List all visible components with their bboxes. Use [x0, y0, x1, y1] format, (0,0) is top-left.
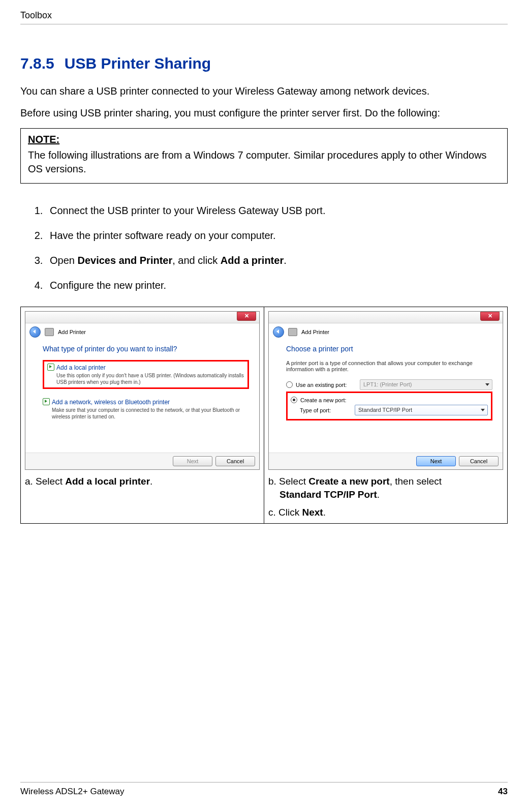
caption-b-post: . — [377, 489, 380, 500]
radio-label: Create a new port: — [300, 397, 347, 403]
step-3-text-a: Open — [50, 255, 77, 266]
dialog-heading: What type of printer do you want to inst… — [43, 345, 249, 353]
step-4: Configure the new printer. — [46, 279, 508, 292]
arrow-icon — [47, 364, 54, 371]
caption-b-bold2: Standard TCP/IP Port — [279, 489, 377, 500]
step-3: Open Devices and Printer, and click Add … — [46, 254, 508, 267]
caption-c-post: . — [323, 507, 326, 518]
step-3-text-b: , and click — [172, 255, 220, 266]
intro-paragraph-2: Before using USB printer sharing, you mu… — [20, 106, 508, 120]
next-button[interactable]: Next — [416, 456, 456, 466]
step-3-bold-1: Devices and Printer — [77, 255, 172, 266]
caption-c-pre: c. Click — [268, 507, 302, 518]
option-desc: Make sure that your computer is connecte… — [52, 407, 249, 420]
dialog-titlebar: ✕ — [269, 312, 503, 323]
radio-icon — [291, 397, 297, 403]
option-add-local-printer[interactable]: Add a local printer Use this option only… — [43, 360, 249, 389]
dialog-subtext: A printer port is a type of connection t… — [286, 360, 492, 372]
step-3-text-c: . — [284, 255, 287, 266]
cancel-button[interactable]: Cancel — [215, 456, 255, 466]
dialog-add-printer-type: ✕ Add Printer What type of printer do yo… — [25, 311, 260, 470]
highlight-create-new-port: Create a new port: Type of port: Standar… — [286, 392, 492, 420]
note-label: NOTE: — [28, 134, 500, 145]
step-1: Connect the USB printer to your Wireless… — [46, 204, 508, 218]
footer-product: Wireless ADSL2+ Gateway — [20, 787, 125, 797]
type-of-port-row: Type of port: Standard TCP/IP Port — [300, 405, 488, 415]
dialog-footer: Next Cancel — [25, 453, 259, 469]
steps-list: Connect the USB printer to your Wireless… — [20, 199, 508, 304]
dialog-choose-port: ✕ Add Printer Choose a printer port A pr… — [268, 311, 503, 470]
next-button[interactable]: Next — [173, 456, 212, 466]
radio-use-existing-port[interactable]: Use an existing port: LPT1: (Printer Por… — [286, 379, 492, 390]
intro-paragraph-1: You can share a USB printer connected to… — [20, 84, 508, 98]
printer-icon — [45, 328, 54, 336]
option-desc: Use this option only if you don't have a… — [56, 372, 244, 385]
close-icon[interactable]: ✕ — [480, 312, 500, 321]
option-title: Add a local printer — [56, 364, 106, 371]
caption-a-bold: Add a local printer — [65, 476, 150, 487]
caption-c: c. Click Next. — [268, 506, 503, 519]
close-icon[interactable]: ✕ — [237, 312, 256, 321]
screenshot-cell-b: ✕ Add Printer Choose a printer port A pr… — [264, 307, 507, 523]
caption-b-mid: , then select — [390, 476, 442, 487]
dialog-nav-row: Add Printer — [25, 323, 259, 340]
caption-a-pre: a. Select — [25, 476, 65, 487]
step-3-bold-2: Add a printer — [221, 255, 284, 266]
option-add-network-printer[interactable]: Add a network, wireless or Bluetooth pri… — [43, 398, 249, 420]
radio-create-new-port[interactable]: Create a new port: — [291, 397, 488, 403]
note-box: NOTE: The following illustrations are fr… — [20, 128, 508, 184]
caption-c-bold: Next — [302, 507, 323, 518]
printer-icon — [288, 328, 297, 336]
dialog-window-title: Add Printer — [58, 329, 86, 335]
arrow-icon — [43, 398, 50, 405]
screenshot-cell-a: ✕ Add Printer What type of printer do yo… — [21, 307, 264, 523]
dialog-footer: Next Cancel — [269, 453, 503, 469]
radio-label: Use an existing port: — [296, 382, 357, 388]
caption-b-pre: b. Select — [268, 476, 308, 487]
radio-icon — [286, 381, 293, 388]
option-title: Add a network, wireless or Bluetooth pri… — [52, 399, 170, 406]
existing-port-combo[interactable]: LPT1: (Printer Port) — [360, 379, 492, 390]
caption-b-bold1: Create a new port — [308, 476, 389, 487]
section-heading: 7.8.5USB Printer Sharing — [20, 55, 508, 72]
footer-page-number: 43 — [498, 787, 508, 797]
screenshot-grid: ✕ Add Printer What type of printer do yo… — [20, 307, 508, 524]
back-icon[interactable] — [273, 326, 284, 338]
back-icon[interactable] — [29, 326, 41, 338]
note-text: The following illustrations are from a W… — [28, 149, 487, 174]
dialog-window-title: Add Printer — [301, 329, 329, 335]
caption-a: a. Select Add a local printer. — [25, 475, 260, 488]
caption-b: b. Select Create a new port, then select… — [268, 475, 503, 501]
caption-a-post: . — [150, 476, 152, 487]
page-header: Toolbox — [20, 10, 508, 24]
dialog-heading: Choose a printer port — [286, 345, 492, 353]
section-title: USB Printer Sharing — [65, 55, 211, 72]
dialog-titlebar: ✕ — [25, 312, 259, 323]
cancel-button[interactable]: Cancel — [459, 456, 499, 466]
type-of-port-combo[interactable]: Standard TCP/IP Port — [355, 405, 488, 415]
dialog-body: What type of printer do you want to inst… — [25, 340, 259, 453]
step-2: Have the printer software ready on your … — [46, 229, 508, 243]
type-of-port-label: Type of port: — [300, 407, 352, 413]
dialog-nav-row: Add Printer — [269, 323, 503, 340]
dialog-body: Choose a printer port A printer port is … — [269, 340, 503, 453]
header-section-title: Toolbox — [20, 10, 52, 20]
section-number: 7.8.5 — [20, 55, 54, 72]
page-footer: Wireless ADSL2+ Gateway 43 — [20, 782, 508, 797]
